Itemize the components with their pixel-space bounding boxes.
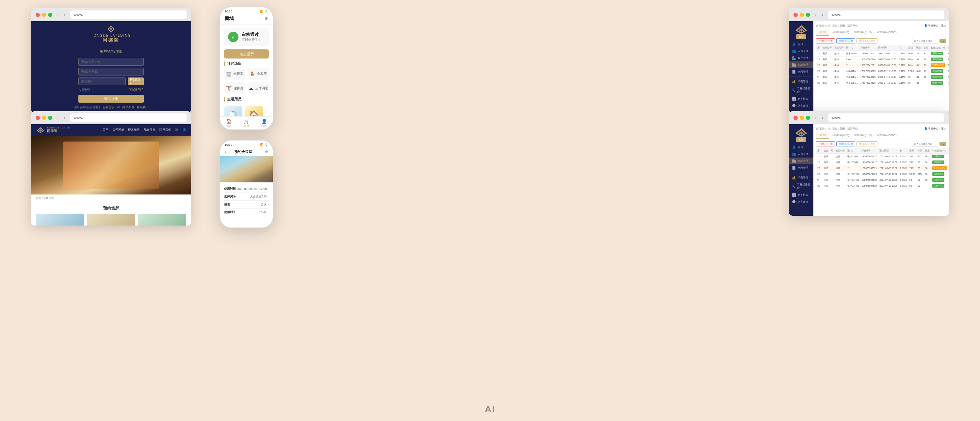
back-button[interactable]: ‹ bbox=[56, 11, 60, 18]
admin-bottom-tab-paid[interactable]: 审核情况(已付) bbox=[852, 132, 874, 139]
nav-user-icon[interactable]: 👤 bbox=[183, 128, 186, 132]
form-row-room[interactable]: 选择房号 大会议室323 › bbox=[224, 193, 269, 201]
filter-tag-red-bottom[interactable]: ●待核实(待付) bbox=[816, 141, 835, 147]
admin-bottom-tab-cont[interactable]: 审核情况(CONT) bbox=[875, 132, 899, 139]
admin-logout-bottom[interactable]: 退出 bbox=[941, 127, 947, 131]
admin-bottom-nav-mall[interactable]: 🏬 商场管理 bbox=[789, 158, 813, 164]
admin-nav-contract[interactable]: 📄 合同管理 bbox=[789, 68, 813, 75]
admin-bottom-tab-pending[interactable]: 审核内容(待付) bbox=[829, 132, 852, 139]
back-arrow-icon[interactable]: ‹ bbox=[225, 149, 226, 154]
admin-search-button-bottom[interactable]: 🔍 bbox=[940, 142, 947, 146]
verify-input[interactable] bbox=[78, 78, 126, 85]
address-bar[interactable]: www. bbox=[70, 10, 186, 19]
nav-about[interactable]: 关于 bbox=[103, 128, 108, 132]
filter-tag-orange[interactable]: ●待核实(CONT) bbox=[856, 38, 877, 43]
admin-nav-staff[interactable]: 👥 人员管理 bbox=[789, 48, 813, 54]
form-row-time[interactable]: 使用时段 2020-08-08 9:00-12:00 › bbox=[224, 185, 269, 193]
admin-bottom-nav-member[interactable]: 👤 会员 bbox=[789, 144, 813, 151]
admin-bottom-maximize[interactable] bbox=[806, 116, 810, 120]
admin-bottom-nav-staff[interactable]: 👥 人员管理 bbox=[789, 151, 813, 158]
admin-top-back[interactable]: ‹ bbox=[813, 11, 818, 18]
admin-bottom-nav-expense[interactable]: 💰 消费管理 bbox=[789, 174, 813, 181]
admin-bottom-tab-booking[interactable]: 预约单 bbox=[816, 132, 829, 139]
more-icon[interactable]: ··· bbox=[259, 16, 262, 21]
minimize-button[interactable] bbox=[42, 13, 46, 17]
admin-bottom-back[interactable]: ‹ bbox=[813, 115, 818, 121]
nav-services[interactable]: 配套服务 bbox=[144, 128, 156, 132]
meeting-more-icon[interactable]: ··· bbox=[260, 150, 263, 154]
filter-tag-orange-bottom[interactable]: ●待核实(CONT) bbox=[856, 141, 877, 147]
admin-tab-booking[interactable]: 预约单 bbox=[816, 29, 829, 36]
password-input[interactable] bbox=[78, 68, 144, 75]
admin-top-address-bar[interactable]: www. bbox=[828, 10, 944, 19]
nav-cart-icon[interactable]: 🛒 bbox=[175, 128, 179, 132]
filter-tag-red[interactable]: ●待核实(待付) bbox=[816, 38, 835, 43]
nav-properties[interactable]: 楼盘租售 bbox=[128, 128, 140, 132]
admin-nav-finance[interactable]: 📊 财务报表 bbox=[789, 96, 813, 102]
venue-card-3[interactable] bbox=[138, 214, 186, 225]
website-back-button[interactable]: ‹ bbox=[56, 115, 60, 121]
venue-card-1[interactable] bbox=[36, 214, 84, 225]
admin-bottom-nav-engineering[interactable]: 🔧 工程维修管理 bbox=[789, 181, 813, 191]
admin-search-button-top[interactable]: 🔍 bbox=[940, 39, 947, 43]
breadcrumb-venues[interactable]: 场所租赁 bbox=[43, 197, 54, 200]
admin-bottom-close[interactable] bbox=[794, 116, 798, 120]
admin-top-maximize[interactable] bbox=[806, 13, 810, 17]
admin-bottom-forward[interactable]: › bbox=[820, 115, 825, 121]
admin-top-tab-btn[interactable]: 全 部 bbox=[796, 34, 807, 39]
website-maximize-button[interactable] bbox=[48, 116, 52, 120]
admin-nav-member[interactable]: 👤 会员 bbox=[789, 41, 813, 48]
admin-top-close[interactable] bbox=[794, 13, 798, 17]
login-button[interactable]: 登录/注册 bbox=[78, 95, 144, 103]
venue-reception[interactable]: 🪑 会客厅 bbox=[248, 68, 269, 80]
admin-bottom-nav-contract[interactable]: 📄 合同管理 bbox=[789, 164, 813, 171]
venue-card-2[interactable] bbox=[87, 214, 135, 225]
admin-nav-engineering[interactable]: 🔧 工程维修管理 bbox=[789, 85, 813, 96]
admin-nav-expense[interactable]: 💰 消费管理 bbox=[789, 78, 813, 85]
forgot-link[interactable]: 忘记密码？ bbox=[129, 87, 144, 91]
venue-lounge[interactable]: ☁ 云休闲吧 bbox=[248, 82, 269, 94]
settings-icon[interactable]: ⚙ bbox=[265, 16, 268, 21]
username-input[interactable] bbox=[78, 58, 144, 66]
pay-button[interactable]: 点击缴费 bbox=[224, 49, 269, 59]
link-contact[interactable]: 联系我们 bbox=[137, 105, 149, 110]
nav-contact[interactable]: 联系我们 bbox=[159, 128, 171, 132]
breadcrumb-home[interactable]: 首页 bbox=[36, 197, 41, 200]
website-forward-button[interactable]: › bbox=[62, 115, 67, 121]
admin-bottom-minimize[interactable] bbox=[800, 116, 804, 120]
admin-top-forward[interactable]: › bbox=[820, 11, 825, 18]
filter-tag-blue-bottom[interactable]: ●待核实(已付) bbox=[836, 141, 855, 147]
link-privacy[interactable]: 隐私条例 bbox=[123, 105, 134, 110]
admin-tab-cont[interactable]: 审核情况(CONT) bbox=[875, 29, 899, 36]
admin-bottom-address-bar[interactable]: www. bbox=[828, 113, 944, 122]
form-row-purpose[interactable]: 用途 会议 › bbox=[224, 201, 269, 209]
website-minimize-button[interactable] bbox=[42, 116, 46, 120]
venue-gym[interactable]: 🏋 健身房 bbox=[224, 82, 245, 94]
link-terms[interactable]: 服务协议 bbox=[103, 105, 115, 110]
admin-nav-mall[interactable]: 🏬 商场管理 bbox=[789, 61, 813, 68]
maximize-button[interactable] bbox=[48, 13, 52, 17]
meeting-share-icon[interactable]: ⚙ bbox=[265, 150, 268, 154]
website-address-bar[interactable]: www. bbox=[70, 113, 186, 122]
nav-tongde[interactable]: 关于同德 bbox=[112, 128, 124, 132]
tab-home[interactable]: 🏠 首页 bbox=[220, 119, 238, 128]
admin-bottom-nav-finance[interactable]: 📊 财务报表 bbox=[789, 191, 813, 198]
filter-tag-blue[interactable]: ●待核实(已付) bbox=[836, 38, 855, 43]
admin-tab-paid[interactable]: 审核情况(已付) bbox=[852, 29, 874, 36]
admin-logout-top[interactable]: 退出 bbox=[941, 24, 947, 27]
tab-mine[interactable]: 👤 我的 bbox=[255, 119, 273, 128]
website-close-button[interactable] bbox=[36, 116, 40, 120]
form-row-duration[interactable]: 使用时长 1小时 › bbox=[224, 209, 269, 216]
admin-nav-feedback[interactable]: 💬 意见反馈 bbox=[789, 102, 813, 109]
admin-nav-customer[interactable]: 🏪 客户管理 bbox=[789, 54, 813, 61]
admin-bottom-nav-feedback[interactable]: 💬 意见反馈 bbox=[789, 198, 813, 205]
tab-shop[interactable]: 🛒 商城 bbox=[238, 119, 255, 128]
admin-bottom-tab-btn[interactable]: 全 部 bbox=[796, 137, 807, 142]
admin-search-input-bottom[interactable] bbox=[912, 141, 938, 147]
admin-tab-pending[interactable]: 审核内容(待付) bbox=[829, 29, 852, 36]
admin-search-input-top[interactable] bbox=[912, 38, 938, 44]
close-button[interactable] bbox=[36, 13, 40, 17]
forward-button[interactable]: › bbox=[62, 11, 67, 18]
admin-top-minimize[interactable] bbox=[800, 13, 804, 17]
venue-meeting-room[interactable]: 🏢 会议室 bbox=[224, 68, 245, 80]
